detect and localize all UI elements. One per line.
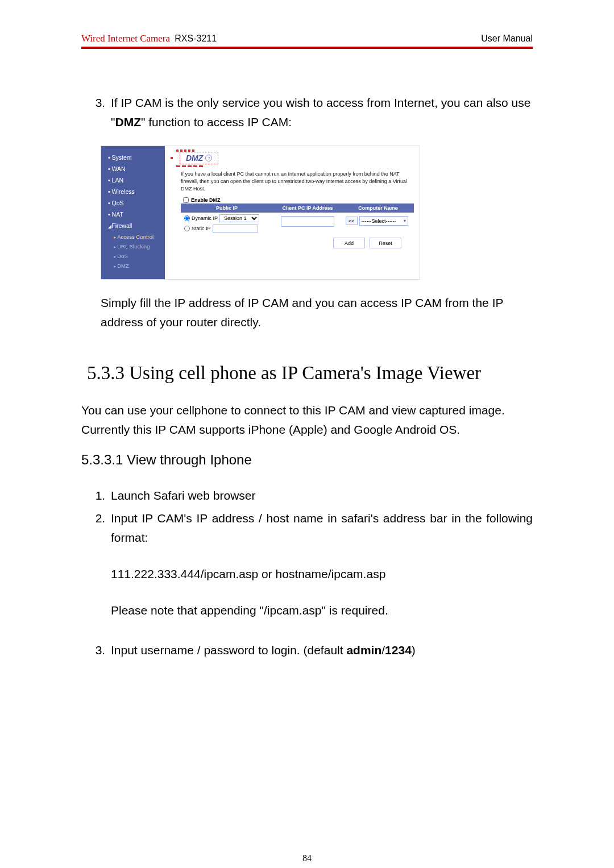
dmz-badge-text: DMZ [186,153,203,163]
static-ip-input[interactable] [213,225,258,232]
page-header: Wired Internet Camera RXS-3211 User Manu… [81,33,533,45]
sidebar-sub-access-control[interactable]: Access Control [101,232,165,242]
sidebar-item-wireless[interactable]: Wireless [101,186,165,197]
iphone-step-3-prefix: Input username / password to login. (def… [111,643,346,657]
iphone-step-2-note: Please note that appending "/ipcam.asp" … [111,601,533,620]
dmz-description: If you have a local client PC that canno… [181,171,414,193]
heading-5-3-3-1: 5.3.3.1 View through Iphone [81,452,533,468]
para-5-3-3: You can use your cellphone to connect to… [81,401,533,439]
client-ip-input[interactable] [281,216,334,227]
assign-button[interactable]: << [346,217,358,225]
iphone-step-2-example: 111.222.333.444/ipcam.asp or hostname/ip… [111,564,533,584]
sidebar-item-lan[interactable]: LAN [101,175,165,186]
step-3: If IP CAM is the only service you wish t… [109,93,533,132]
sidebar-item-wan[interactable]: WAN [101,163,165,175]
dynamic-ip-label: Dynamic IP [192,215,218,221]
sidebar-item-nat[interactable]: NAT [101,209,165,220]
header-title-red: Wired Internet Camera [81,33,170,44]
step-3-suffix: " function to access IP CAM: [141,115,292,128]
reset-button[interactable]: Reset [370,238,401,248]
after-image-paragraph: Simply fill the IP address of IP CAM and… [101,293,533,332]
enable-dmz-row: Enable DMZ [183,197,414,203]
table-row: Dynamic IP Session 1 Static IP [181,213,414,234]
iphone-step-list: Launch Safari web browser Input IP CAM's… [81,486,533,660]
iphone-step-3-bold1: admin [346,643,381,657]
help-icon[interactable]: ? [205,155,212,161]
header-rule [81,47,533,49]
step-3-bold: DMZ [115,115,141,128]
decoration-dots-bottom [176,165,414,167]
iphone-step-3: Input username / password to login. (def… [109,641,533,660]
th-client-ip: Client PC IP Address [273,203,342,213]
iphone-step-2: Input IP CAM's IP address / host name in… [109,509,533,637]
sidebar-sub-dmz[interactable]: DMZ [101,261,165,271]
dmz-badge: DMZ ? [180,152,218,164]
iphone-step-2-text: Input IP CAM's IP address / host name in… [111,512,533,544]
static-ip-label: Static IP [192,226,211,231]
session-select[interactable]: Session 1 [219,214,259,222]
th-public-ip: Public IP [181,203,273,213]
router-main: DMZ ? If you have a local client PC that… [165,146,420,279]
sidebar-sub-url-blocking[interactable]: URL Blocking [101,242,165,252]
router-sidebar: System WAN LAN Wireless QoS NAT Firewall… [101,146,165,279]
computer-name-select[interactable]: ------Select------ ▾ [359,216,408,226]
heading-5-3-3: 5.3.3 Using cell phone as IP Camera's Im… [87,363,533,384]
router-screenshot: System WAN LAN Wireless QoS NAT Firewall… [101,146,420,280]
dmz-table: Public IP Client PC IP Address Computer … [181,203,414,234]
sidebar-item-qos[interactable]: QoS [101,197,165,209]
static-ip-radio[interactable] [184,226,190,231]
sidebar-sub-dos[interactable]: DoS [101,252,165,261]
add-button[interactable]: Add [333,238,365,248]
computer-name-select-text: ------Select------ [362,218,396,224]
page-number: 84 [81,853,533,863]
table-header-row: Public IP Client PC IP Address Computer … [181,203,414,213]
header-model: RXS-3211 [175,34,217,43]
enable-dmz-label: Enable DMZ [191,197,221,203]
th-computer-name: Computer Name [342,203,414,213]
sidebar-item-system[interactable]: System [101,152,165,163]
dynamic-ip-radio[interactable] [184,215,190,221]
header-right: User Manual [481,33,533,44]
iphone-step-3-bold2: 1234 [385,643,412,657]
sidebar-item-firewall[interactable]: Firewall [101,220,165,232]
enable-dmz-checkbox[interactable] [183,197,189,203]
iphone-step-1: Launch Safari web browser [109,486,533,505]
chevron-down-icon: ▾ [404,218,406,223]
header-title: Wired Internet Camera RXS-3211 [81,33,217,44]
step-list-continued: If IP CAM is the only service you wish t… [81,93,533,132]
iphone-step-3-suffix: ) [412,643,416,657]
